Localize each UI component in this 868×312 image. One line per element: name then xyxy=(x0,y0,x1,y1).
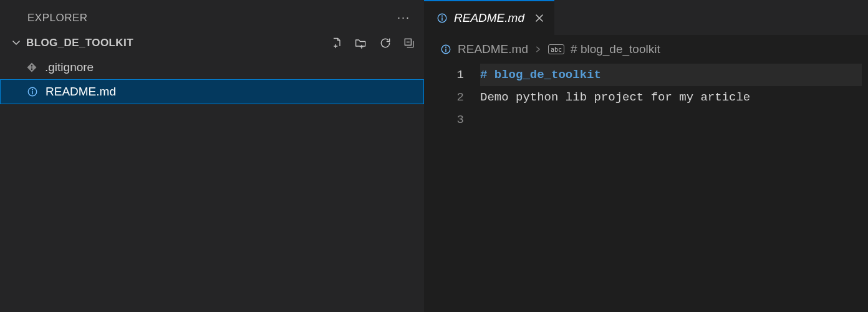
explorer-header: EXPLORER ··· xyxy=(0,2,424,33)
line-number: 1 xyxy=(424,64,464,86)
tab-readme[interactable]: README.md xyxy=(424,0,554,35)
svg-rect-8 xyxy=(441,17,443,21)
svg-point-4 xyxy=(32,89,33,90)
file-item-readme[interactable]: README.md xyxy=(0,79,424,104)
workbench: EXPLORER ··· BLOG_DE_TOOLKIT xyxy=(0,0,868,312)
close-icon[interactable] xyxy=(534,13,544,23)
explorer-panel: EXPLORER ··· BLOG_DE_TOOLKIT xyxy=(0,0,424,312)
root-folder-header[interactable]: BLOG_DE_TOOLKIT xyxy=(0,33,424,53)
line-gutter: 1 2 3 xyxy=(424,64,480,131)
tab-bar: README.md xyxy=(424,0,868,35)
explorer-title: EXPLORER xyxy=(27,12,88,24)
info-file-icon xyxy=(436,12,448,24)
breadcrumb-file[interactable]: README.md xyxy=(458,42,528,56)
new-file-icon[interactable] xyxy=(330,37,343,49)
info-file-icon xyxy=(440,44,451,55)
breadcrumb-symbol[interactable]: # blog_de_toolkit xyxy=(571,42,660,56)
info-file-icon xyxy=(26,86,39,97)
breadcrumbs[interactable]: README.md abc # blog_de_toolkit xyxy=(424,35,868,62)
chevron-down-icon xyxy=(11,38,21,48)
new-folder-icon[interactable] xyxy=(354,37,368,49)
svg-point-7 xyxy=(441,16,443,17)
file-tree: .gitignore README.md xyxy=(0,56,424,104)
root-folder-name: BLOG_DE_TOOLKIT xyxy=(26,37,330,49)
folder-actions xyxy=(330,37,415,49)
svg-rect-5 xyxy=(32,91,33,94)
git-file-icon xyxy=(25,62,39,73)
tab-title: README.md xyxy=(454,11,524,25)
collapse-all-icon[interactable] xyxy=(403,37,415,49)
more-actions-icon[interactable]: ··· xyxy=(397,11,410,24)
line-number: 3 xyxy=(424,109,464,131)
file-item-label: .gitignore xyxy=(45,61,94,74)
code-line[interactable]: # blog_de_toolkit xyxy=(480,68,601,82)
string-symbol-icon: abc xyxy=(548,44,564,54)
file-item-gitignore[interactable]: .gitignore xyxy=(0,56,424,79)
code-lines[interactable]: # blog_de_toolkit Demo python lib projec… xyxy=(480,64,868,131)
line-number: 2 xyxy=(424,86,464,109)
refresh-icon[interactable] xyxy=(379,37,392,49)
svg-point-10 xyxy=(445,47,446,48)
editor-area: README.md README.md abc # blog_de_toolki… xyxy=(424,0,868,312)
chevron-right-icon xyxy=(534,46,542,53)
file-item-label: README.md xyxy=(46,85,116,99)
code-line[interactable]: Demo python lib project for my article xyxy=(480,86,868,109)
svg-rect-11 xyxy=(445,49,446,52)
code-editor[interactable]: 1 2 3 # blog_de_toolkit Demo python lib … xyxy=(424,62,868,131)
